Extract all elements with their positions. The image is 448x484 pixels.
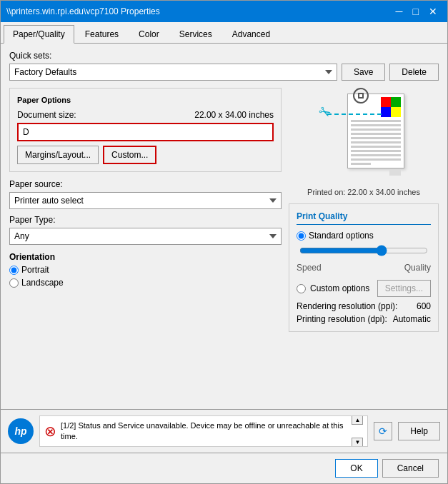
speed-label: Speed [297, 263, 322, 273]
svg-rect-3 [391, 107, 401, 117]
paper-type-section: Paper Type: Any [9, 215, 282, 245]
preview-paper [347, 94, 404, 168]
rendering-label: Rendering resolution (ppi): [297, 301, 397, 311]
refresh-button[interactable]: ⟳ [374, 422, 392, 440]
svg-rect-1 [391, 97, 401, 107]
help-button[interactable]: Help [398, 422, 440, 440]
margins-layout-button[interactable]: Margins/Layout... [17, 146, 99, 164]
save-button[interactable]: Save [342, 64, 385, 81]
settings-button[interactable]: Settings... [377, 280, 431, 297]
left-panel: Paper Options Document size: 22.00 x 34.… [9, 88, 282, 332]
delete-button[interactable]: Delete [389, 64, 439, 81]
doc-size-value: 22.00 x 34.00 inches [194, 110, 274, 120]
preview-caption: Printed on: 22.00 x 34.00 inches [307, 188, 420, 196]
portrait-label[interactable]: Portrait [21, 265, 49, 275]
status-scrollbar: ▲ ▼ [352, 415, 363, 447]
standard-options-row: Standard options [297, 231, 431, 241]
quality-slider-container [297, 245, 431, 258]
quick-sets-row: Factory Defaults Save Delete [9, 64, 439, 81]
tab-services[interactable]: Services [170, 25, 221, 43]
printing-value: Automatic [393, 314, 431, 324]
rendering-resolution-row: Rendering resolution (ppi): 600 [297, 301, 431, 311]
preview-content-lines [351, 120, 401, 176]
cancel-button[interactable]: Cancel [382, 459, 439, 478]
tab-advanced[interactable]: Advanced [223, 25, 279, 43]
landscape-label[interactable]: Landscape [21, 278, 64, 288]
title-bar-controls: ─ □ ✕ [392, 5, 442, 18]
quick-sets-section: Quick sets: Factory Defaults Save Delete [9, 51, 439, 81]
paper-type-label: Paper Type: [9, 215, 282, 225]
scroll-up-button[interactable]: ▲ [352, 415, 363, 425]
scroll-down-button[interactable]: ▼ [352, 438, 363, 447]
minimize-button[interactable]: ─ [392, 5, 407, 18]
print-preview: ✂ Printed on: 22.00 x 34.00 inches [307, 88, 420, 196]
paper-options-section: Paper Options Document size: 22.00 x 34.… [9, 88, 282, 172]
error-icon: ⊗ [44, 423, 56, 440]
paper-source-section: Paper source: Printer auto select [9, 179, 282, 209]
paper-type-select[interactable]: Any [9, 228, 282, 245]
tab-color[interactable]: Color [129, 25, 169, 43]
landscape-radio[interactable] [9, 278, 19, 288]
paper-options-title: Paper Options [17, 96, 274, 104]
standard-options-label[interactable]: Standard options [309, 231, 374, 241]
status-text: [1/2] Status and Service unavailable. De… [61, 420, 347, 443]
preview-image: ✂ [317, 88, 410, 188]
preview-color-block [381, 97, 401, 117]
paper-source-select[interactable]: Printer auto select [9, 192, 282, 209]
scissors-icon: ✂ [315, 101, 334, 122]
portrait-radio[interactable] [9, 266, 19, 275]
doc-size-label: Document size: [17, 110, 76, 120]
custom-button[interactable]: Custom... [103, 146, 156, 164]
orientation-title: Orientation [9, 252, 282, 262]
preview-dashed-line [327, 114, 382, 115]
document-size-select-wrapper: D [17, 123, 274, 141]
preview-roller [353, 88, 369, 104]
right-panel: ✂ Printed on: 22.00 x 34.00 inches Print… [289, 88, 439, 332]
ok-button[interactable]: OK [335, 459, 377, 478]
slider-labels: Speed Quality [297, 263, 431, 273]
standard-options-radio[interactable] [297, 231, 306, 241]
window-title: \\printers.win.rpi.edu\vcp7100 Propertie… [6, 6, 160, 16]
close-button[interactable]: ✕ [424, 5, 442, 18]
print-quality-section: Print Quality Standard options Speed Qua… [289, 203, 439, 332]
custom-options-row: Custom options Settings... [297, 280, 431, 297]
main-content: Quick sets: Factory Defaults Save Delete… [1, 44, 447, 409]
printing-resolution-row: Printing resolution (dpi): Automatic [297, 314, 431, 324]
bottom-bar: hp ⊗ [1/2] Status and Service unavailabl… [1, 409, 447, 453]
maximize-button[interactable]: □ [409, 5, 423, 18]
quality-slider[interactable] [299, 245, 428, 256]
document-size-select[interactable]: D [19, 124, 272, 140]
custom-options-label[interactable]: Custom options [310, 283, 369, 293]
portrait-radio-row: Portrait [9, 265, 282, 275]
paper-source-label: Paper source: [9, 179, 282, 189]
title-bar: \\printers.win.rpi.edu\vcp7100 Propertie… [1, 1, 447, 22]
landscape-radio-row: Landscape [9, 278, 282, 288]
btn-row-margins: Margins/Layout... Custom... [17, 146, 274, 164]
print-quality-title: Print Quality [297, 211, 431, 225]
rendering-value: 600 [417, 301, 431, 311]
quick-sets-label: Quick sets: [9, 51, 439, 61]
hp-logo: hp [8, 418, 34, 444]
custom-options-radio[interactable] [297, 284, 306, 293]
quick-sets-select[interactable]: Factory Defaults [9, 64, 337, 81]
orientation-section: Orientation Portrait Landscape [9, 252, 282, 288]
svg-rect-0 [381, 97, 391, 107]
status-area: ⊗ [1/2] Status and Service unavailable. … [39, 415, 368, 447]
main-area: Paper Options Document size: 22.00 x 34.… [9, 88, 439, 332]
tab-paper-quality[interactable]: Paper/Quality [4, 25, 74, 44]
doc-size-row: Document size: 22.00 x 34.00 inches [17, 110, 274, 120]
main-window: \\printers.win.rpi.edu\vcp7100 Propertie… [0, 0, 448, 484]
tab-features[interactable]: Features [76, 25, 128, 43]
quality-label: Quality [404, 263, 431, 273]
printing-label: Printing resolution (dpi): [297, 314, 387, 324]
svg-rect-2 [381, 107, 391, 117]
tab-bar: Paper/Quality Features Color Services Ad… [1, 22, 447, 44]
footer-buttons: OK Cancel [1, 453, 447, 483]
